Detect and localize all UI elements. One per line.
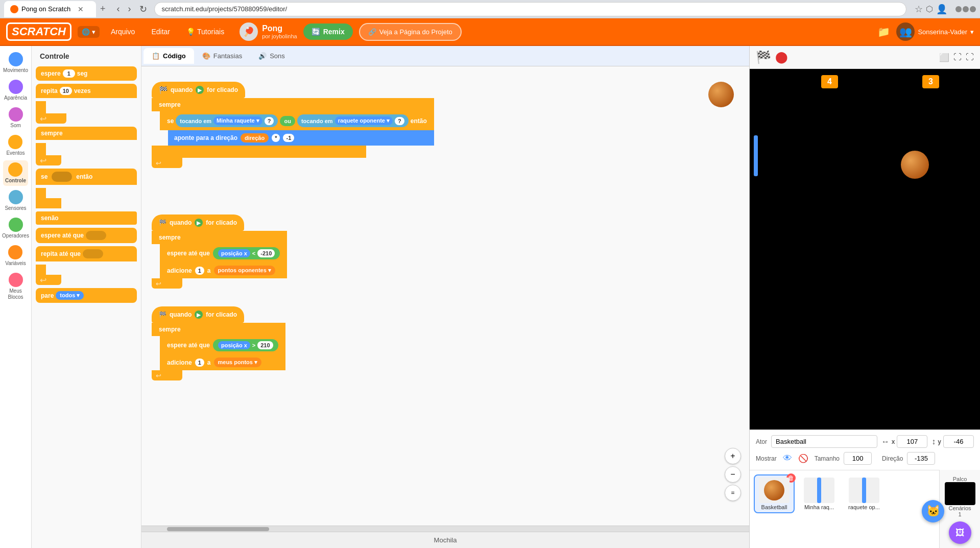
scratch-logo[interactable]: SCRATCH	[6, 22, 71, 41]
mochila-bar[interactable]: Mochila	[141, 532, 749, 548]
hat-block-3[interactable]: 🏁 quando ▶ for clicado	[152, 306, 244, 323]
new-tab-button[interactable]: +	[96, 2, 110, 16]
pare-todos-block[interactable]: pare todos ▾	[36, 288, 137, 303]
username[interactable]: Sonserina-Vader	[918, 28, 967, 36]
user-area[interactable]: 👥 Sonserina-Vader ▾	[896, 22, 974, 41]
meus-pontos-dropdown[interactable]: meus pontos ▾	[214, 358, 262, 367]
sempre-text-3: sempre	[159, 326, 181, 333]
category-aparencia[interactable]: Aparência	[2, 78, 29, 103]
maximize-button[interactable]	[963, 6, 969, 12]
size-input[interactable]	[844, 452, 872, 465]
category-variaveis[interactable]: Variáveis	[3, 243, 28, 269]
zoom-out-button[interactable]: −	[725, 466, 741, 483]
raquete-oponente-dropdown[interactable]: raquete oponente ▾	[335, 116, 393, 125]
sempre-block[interactable]: sempre	[36, 127, 137, 140]
sensing-touch-2[interactable]: tocando em raquete oponente ▾ ?	[297, 114, 409, 127]
flag-icon-1: 🏁	[159, 86, 168, 94]
repita-value[interactable]: 10	[60, 87, 72, 95]
espere-ate-block-3[interactable]: espere até que posição x > 210	[160, 336, 285, 354]
tab-fantasias[interactable]: 🎨 Fantasias	[194, 48, 250, 64]
espere-block[interactable]: espere 1 seg	[36, 66, 137, 81]
browser-tab[interactable]: Pong on Scratch ✕	[4, 1, 96, 17]
tutoriais-menu[interactable]: 💡 Tutoriais	[181, 26, 229, 38]
espere-value[interactable]: 1	[63, 69, 75, 78]
extension-icon[interactable]: ⬡	[926, 4, 933, 14]
category-operadores[interactable]: Operadores	[0, 216, 31, 241]
repita-block-group: repita 10 vezes ↩	[36, 84, 137, 124]
actor-name-input[interactable]	[771, 435, 877, 448]
tab-close-icon[interactable]: ✕	[78, 5, 84, 13]
stage-mini-preview[interactable]	[945, 482, 975, 505]
lightbulb-icon: 💡	[186, 28, 195, 36]
arquivo-menu[interactable]: Arquivo	[106, 26, 140, 38]
ator-label: Ator	[756, 438, 767, 445]
ou-operator: ou	[280, 116, 295, 126]
category-meus-blocos[interactable]: Meus Blocos	[0, 271, 31, 302]
code-canvas[interactable]: 🏁 quando ▶ for clicado sempre se tocando…	[141, 66, 749, 532]
se-block-1[interactable]: se tocando em Minha raquete ▾ ? ou tocan…	[160, 111, 434, 130]
show-eye-button[interactable]: 👁	[783, 453, 792, 464]
sprite-raquete-oponente[interactable]: raquete op...	[844, 474, 885, 513]
category-sensores[interactable]: Sensores	[3, 188, 28, 213]
adicione-block-3[interactable]: adicione 1 a meus pontos ▾	[160, 354, 285, 370]
fullscreen-button[interactable]: ⛶	[966, 53, 974, 62]
sprite-basketball[interactable]: 🗑 Basketball	[754, 474, 795, 513]
expand-button[interactable]: ⛶	[953, 53, 962, 62]
sempre-block-1[interactable]: sempre	[152, 98, 434, 111]
stop-button[interactable]: ⬤	[775, 51, 788, 64]
aponte-block[interactable]: aponte para a direção direção * -1	[168, 130, 434, 146]
globe-button[interactable]: 🌐 ▾	[78, 26, 100, 38]
sensing-touch-1[interactable]: tocando em Minha raquete ▾ ?	[176, 114, 278, 127]
sempre-block-3[interactable]: sempre	[152, 323, 285, 336]
senao-block[interactable]: senão	[36, 211, 137, 225]
add-stage-button[interactable]: 🖼	[949, 521, 971, 544]
pare-dropdown[interactable]: todos ▾	[56, 291, 84, 300]
repita-ate-block[interactable]: repita até que	[36, 246, 137, 261]
y-coord-group: ↕ y	[931, 435, 974, 448]
back-button[interactable]: ‹	[114, 2, 123, 16]
zoom-in-button[interactable]: +	[725, 448, 741, 464]
sprite-minha-raquete[interactable]: Minha raq...	[799, 474, 840, 513]
repita-block[interactable]: repita 10 vezes	[36, 84, 137, 98]
tab-sons[interactable]: 🔊 Sons	[250, 48, 293, 64]
close-button[interactable]	[970, 6, 976, 12]
category-som[interactable]: Som	[7, 105, 25, 131]
se-entao-block[interactable]: se então	[36, 169, 137, 185]
left-paddle	[754, 135, 758, 176]
project-page-button[interactable]: 🔗 Veja a Página do Projeto	[359, 23, 462, 41]
sempre-block-2[interactable]: sempre	[152, 231, 287, 244]
flag-button[interactable]: 🏁	[756, 50, 771, 64]
category-eventos[interactable]: Eventos	[4, 133, 27, 158]
forward-button[interactable]: ›	[125, 2, 134, 16]
neg210-value: -210	[257, 249, 275, 257]
adicione-block-2[interactable]: adicione 1 a pontos oponentes ▾	[160, 263, 287, 278]
espere-ate-block[interactable]: espere até que	[36, 228, 137, 243]
hat-block-1[interactable]: 🏁 quando ▶ for clicado	[152, 82, 245, 98]
direction-row: Direção	[882, 452, 935, 465]
editar-menu[interactable]: Editar	[146, 26, 175, 38]
reload-button[interactable]: ↻	[136, 2, 150, 17]
x-coord-input[interactable]	[897, 435, 927, 448]
hide-eye-button[interactable]: 🚫	[798, 454, 808, 463]
y-coord-input[interactable]	[943, 435, 974, 448]
horizontal-scrollbar[interactable]	[141, 526, 749, 532]
scrollbar-thumb[interactable]	[167, 527, 269, 531]
profile-icon[interactable]: 👤	[936, 4, 947, 15]
block-categories: Movimento Aparência Som Eventos Controle…	[0, 46, 32, 548]
pontos-oponentes-dropdown[interactable]: pontos oponentes ▾	[214, 266, 275, 275]
category-movimento[interactable]: Movimento	[1, 50, 30, 76]
espere-ate-block-2[interactable]: espere até que posição x < -210	[160, 244, 287, 263]
direction-input[interactable]	[907, 452, 935, 465]
fit-button[interactable]: =	[725, 485, 741, 501]
minimize-button[interactable]	[955, 6, 962, 12]
remix-button[interactable]: 🔄 Remix	[303, 23, 353, 40]
shrink-button[interactable]: ⬜	[939, 53, 949, 62]
hat-block-2[interactable]: 🏁 quando ▶ for clicado	[152, 215, 244, 231]
add-sprite-button[interactable]: 🐱	[922, 500, 944, 522]
minha-raquete-dropdown[interactable]: Minha raquete ▾	[213, 116, 262, 125]
star-icon[interactable]: ☆	[915, 4, 923, 15]
folder-button[interactable]: 📁	[877, 26, 890, 38]
tab-codigo[interactable]: 📋 Código	[144, 48, 194, 64]
category-controle[interactable]: Controle	[3, 160, 28, 186]
address-bar[interactable]: scratch.mit.edu/projects/570880959/edito…	[154, 2, 906, 16]
